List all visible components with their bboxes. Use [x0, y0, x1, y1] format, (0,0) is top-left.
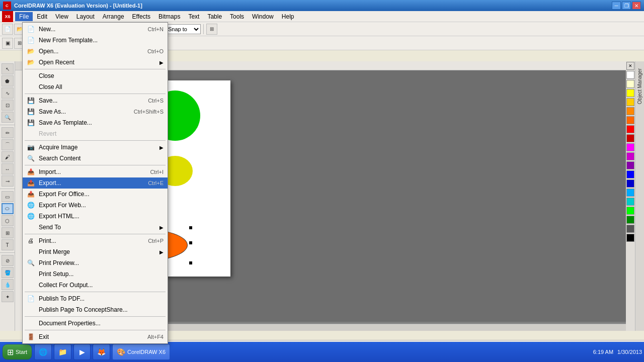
- darkmagenta-swatch[interactable]: [626, 152, 634, 160]
- lightblue-swatch[interactable]: [626, 189, 634, 197]
- menu-search-content[interactable]: 🔍 Search Content: [23, 153, 168, 164]
- acquire-arrow: ▶: [159, 145, 164, 150]
- menu-print-merge[interactable]: Print Merge ▶: [23, 246, 168, 257]
- tool-dimension[interactable]: ↔: [2, 163, 14, 174]
- menu-exit[interactable]: 🚪 Exit Alt+F4: [23, 331, 168, 342]
- menu-item-tools[interactable]: Tools: [226, 12, 248, 21]
- quicklaunch-firefox[interactable]: 🦊: [93, 344, 110, 360]
- menu-item-edit[interactable]: Edit: [33, 12, 51, 21]
- tool-select[interactable]: ↖: [2, 63, 14, 74]
- menu-div8: [25, 330, 166, 330]
- darkgreen-swatch[interactable]: [626, 216, 634, 224]
- menu-item-text[interactable]: Text: [184, 12, 203, 21]
- no-fill-swatch[interactable]: ✕: [626, 62, 634, 70]
- menu-item-bitmaps[interactable]: Bitmaps: [154, 12, 184, 21]
- handle-br[interactable]: [189, 261, 192, 264]
- menu-open[interactable]: 📂 Open... Ctrl+O: [23, 46, 168, 57]
- menu-print-setup[interactable]: Print Setup...: [23, 268, 168, 280]
- tool-interactive[interactable]: ✦: [2, 291, 14, 302]
- quicklaunch-media[interactable]: ▶: [73, 344, 91, 360]
- object-manager-panel[interactable]: Object Manager: [635, 61, 644, 331]
- darkgray-swatch[interactable]: [626, 225, 634, 233]
- menu-export-web[interactable]: 🌐 Export For Web...: [23, 200, 168, 211]
- restore-button[interactable]: ❐: [622, 2, 631, 10]
- menu-print-preview[interactable]: 🔍 Print Preview...: [23, 257, 168, 268]
- menu-close-all[interactable]: Close All: [23, 81, 168, 93]
- tool-crop[interactable]: ⊡: [2, 100, 14, 111]
- lightyellow-swatch[interactable]: [626, 80, 634, 88]
- tool-rectangle[interactable]: ▭: [2, 191, 14, 202]
- menu-new[interactable]: 📄 New... Ctrl+N: [23, 24, 168, 35]
- black-swatch[interactable]: [626, 234, 634, 242]
- orange-swatch[interactable]: [626, 107, 634, 115]
- green-swatch[interactable]: [626, 207, 634, 215]
- minimize-button[interactable]: ─: [612, 2, 621, 10]
- menu-new-template[interactable]: 📄 New From Template...: [23, 35, 168, 46]
- handle-mr[interactable]: [189, 241, 192, 244]
- menu-export-office[interactable]: 📤 Export For Office...: [23, 189, 168, 200]
- tool-parallel-dim[interactable]: ⊘: [2, 255, 14, 266]
- tool-fill[interactable]: 🪣: [2, 267, 14, 278]
- object-manager-label: Object Manager: [637, 68, 642, 104]
- save-icon: 💾: [26, 96, 36, 106]
- menu-acquire[interactable]: 📷 Acquire Image ▶: [23, 142, 168, 153]
- menu-item-arrange[interactable]: Arrange: [99, 12, 128, 21]
- tool-bezier[interactable]: ⌒: [2, 139, 14, 150]
- menu-open-recent[interactable]: 📂 Open Recent ▶: [23, 57, 168, 68]
- menu-item-help[interactable]: Help: [278, 12, 298, 21]
- tool-zoom[interactable]: 🔍: [2, 112, 14, 123]
- menu-save[interactable]: 💾 Save... Ctrl+S: [23, 95, 168, 106]
- menu-item-window[interactable]: Window: [248, 12, 278, 21]
- menu-print[interactable]: 🖨 Print... Ctrl+P: [23, 235, 168, 246]
- tb-new[interactable]: 📄: [2, 24, 13, 35]
- handle-tr[interactable]: [189, 226, 192, 229]
- tool-polygon[interactable]: ⬡: [2, 215, 14, 226]
- menu-export[interactable]: 📤 Export... Ctrl+E: [23, 177, 168, 189]
- close-button[interactable]: ✕: [632, 2, 641, 10]
- menu-publish-pdf[interactable]: 📄 Publish To PDF...: [23, 293, 168, 304]
- menu-publish-conceptshare[interactable]: Publish Page To ConceptShare...: [23, 304, 168, 315]
- taskbar-coreldraw[interactable]: 🎨 CorelDRAW X6: [112, 344, 170, 360]
- tb-fullscreen[interactable]: ⊞: [206, 24, 217, 35]
- tool-text[interactable]: T: [2, 239, 14, 250]
- close-label: Close: [39, 72, 54, 79]
- tool-shape[interactable]: ⬟: [2, 75, 14, 86]
- menu-export-html[interactable]: 🌐 Export HTML...: [23, 211, 168, 222]
- menu-item-view[interactable]: View: [51, 12, 72, 21]
- menu-item-file[interactable]: File: [15, 12, 33, 21]
- tool-table[interactable]: ⊞: [2, 227, 14, 238]
- menu-save-as[interactable]: 💾 Save As... Ctrl+Shift+S: [23, 106, 168, 117]
- menu-doc-props[interactable]: Document Properties...: [23, 318, 168, 329]
- white-swatch[interactable]: [626, 71, 634, 79]
- snap-to-dropdown[interactable]: Snap to: [166, 24, 201, 34]
- tb-select-all[interactable]: ▣: [2, 38, 13, 49]
- tool-smear[interactable]: ∿: [2, 87, 14, 99]
- yellow-swatch[interactable]: [626, 89, 634, 97]
- quicklaunch-ie[interactable]: 🌐: [34, 344, 52, 360]
- menu-item-effects[interactable]: Effects: [128, 12, 154, 21]
- darkblue-swatch[interactable]: [626, 179, 634, 188]
- menu-close[interactable]: Close: [23, 70, 168, 81]
- red-swatch[interactable]: [626, 125, 634, 133]
- menu-item-table[interactable]: Table: [203, 12, 226, 21]
- purple-swatch[interactable]: [626, 161, 634, 169]
- menu-import[interactable]: 📥 Import... Ctrl+I: [23, 166, 168, 177]
- menu-save-template[interactable]: 💾 Save As Template...: [23, 117, 168, 128]
- tool-ellipse[interactable]: ⬭: [2, 203, 14, 214]
- darkred-swatch[interactable]: [626, 134, 634, 142]
- start-button[interactable]: ⊞ Start: [2, 344, 32, 360]
- blue-swatch[interactable]: [626, 170, 634, 178]
- quicklaunch-folder[interactable]: 📁: [54, 344, 71, 360]
- magenta-swatch[interactable]: [626, 143, 634, 151]
- menu-collect-output[interactable]: Collect For Output...: [23, 280, 168, 291]
- menu-send-to[interactable]: Send To ▶: [23, 222, 168, 233]
- tool-connector[interactable]: ⊸: [2, 175, 14, 187]
- cyan-swatch[interactable]: [626, 198, 634, 206]
- gold-swatch[interactable]: [626, 98, 634, 106]
- tool-eyedropper[interactable]: 💧: [2, 279, 14, 290]
- darkorange-swatch[interactable]: [626, 116, 634, 124]
- open-recent-icon: 📂: [26, 57, 36, 67]
- tool-freehand[interactable]: ✏: [2, 127, 14, 138]
- tool-artistic-media[interactable]: 🖌: [2, 151, 14, 162]
- menu-item-layout[interactable]: Layout: [72, 12, 99, 21]
